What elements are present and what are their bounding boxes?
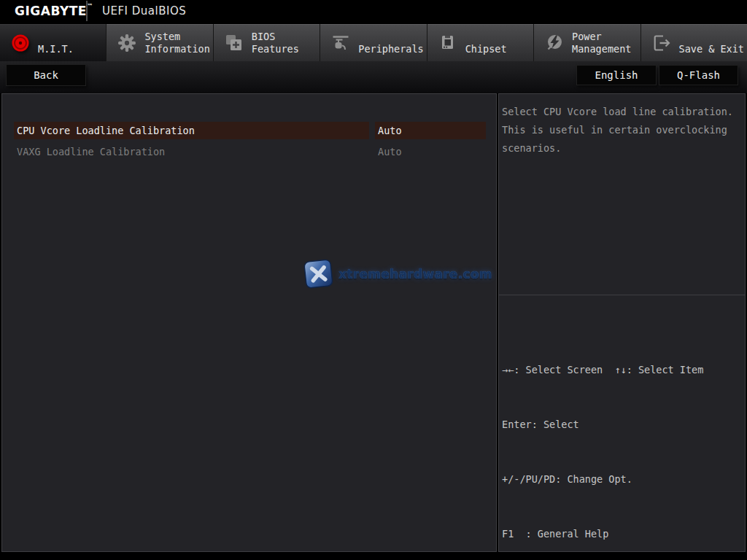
tab-label: Power Management bbox=[572, 29, 631, 56]
language-button[interactable]: English bbox=[576, 65, 657, 85]
peripherals-icon bbox=[331, 34, 350, 52]
watermark: xtremehardware.com bbox=[304, 260, 492, 289]
tab-label: System Information bbox=[144, 29, 209, 56]
help-panel: Select CPU Vcore load line calibration. … bbox=[498, 93, 746, 552]
panel-divider bbox=[499, 295, 745, 295]
legend-line: +/-/PU/PD: Change Opt. bbox=[502, 470, 739, 489]
tab-chipset[interactable]: Chipset bbox=[427, 24, 533, 61]
watermark-text: xtremehardware.com bbox=[338, 267, 492, 281]
settings-panel: CPU Vcore Loadline Calibration Auto VAXG… bbox=[1, 93, 497, 552]
tab-bar: M.I.T. System Information BIOS bbox=[0, 22, 747, 61]
tab-label: Save & Exit bbox=[679, 29, 744, 56]
legend-line: F1 : General Help bbox=[502, 525, 739, 543]
tab-label: Peripherals bbox=[358, 29, 423, 56]
topbar-divider bbox=[86, 1, 88, 21]
top-bar: GIGABYTE™ UEFI DualBIOS bbox=[0, 0, 747, 22]
tab-power-management[interactable]: Power Management bbox=[533, 24, 640, 61]
legend-line: Enter: Select bbox=[502, 416, 739, 434]
x-logo bbox=[303, 258, 335, 290]
tab-bios-features[interactable]: BIOS Features bbox=[213, 24, 320, 61]
save-exit-icon bbox=[652, 34, 671, 52]
tab-label: BIOS Features bbox=[252, 29, 299, 56]
setting-label[interactable]: CPU Vcore Loadline Calibration bbox=[14, 122, 369, 139]
gear-icon bbox=[117, 34, 136, 52]
tab-mit[interactable]: M.I.T. bbox=[0, 24, 106, 61]
toolbar-row: Back English Q-Flash bbox=[0, 61, 747, 93]
qflash-button[interactable]: Q-Flash bbox=[659, 65, 738, 85]
setting-label[interactable]: VAXG Loadline Calibration bbox=[14, 143, 369, 160]
power-icon bbox=[545, 34, 564, 52]
tab-save-exit[interactable]: Save & Exit bbox=[640, 24, 747, 61]
help-description: Select CPU Vcore load line calibration. … bbox=[502, 103, 743, 158]
bios-chip-icon bbox=[225, 34, 244, 52]
setting-value[interactable]: Auto bbox=[375, 122, 486, 139]
tab-system-information[interactable]: System Information bbox=[106, 24, 212, 61]
tab-label: Chipset bbox=[465, 29, 507, 56]
tab-peripherals[interactable]: Peripherals bbox=[320, 24, 426, 61]
legend-line: →←: Select Screen ↑↓: Select Item bbox=[502, 361, 739, 379]
tab-label: M.I.T. bbox=[38, 29, 74, 56]
chipset-icon bbox=[438, 34, 457, 52]
setting-value[interactable]: Auto bbox=[375, 143, 486, 160]
hotkey-legend: →←: Select Screen ↑↓: Select Item Enter:… bbox=[502, 324, 739, 560]
back-button[interactable]: Back bbox=[6, 64, 86, 86]
bios-title: UEFI DualBIOS bbox=[102, 4, 186, 18]
gigabyte-logo: GIGABYTE™ bbox=[15, 4, 93, 18]
mit-icon bbox=[11, 34, 30, 52]
